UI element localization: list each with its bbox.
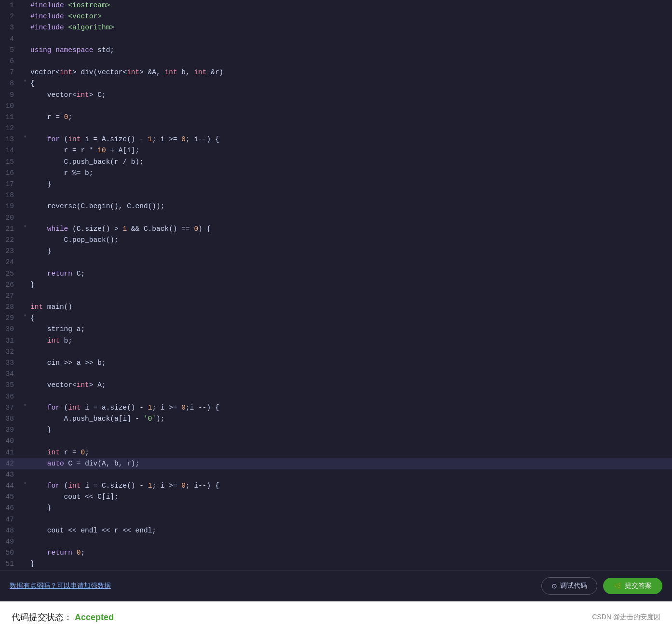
line-code: r = 0; <box>28 112 672 123</box>
status-bar: 代码提交状态： Accepted CSDN @进击的安度因 <box>0 601 672 624</box>
line-number: 8 <box>0 78 22 89</box>
line-marker <box>22 157 28 168</box>
submit-button[interactable]: 🌿 提交答案 <box>603 578 662 594</box>
line-code <box>28 536 672 547</box>
line-marker <box>22 190 28 201</box>
line-code: C.pop_back(); <box>28 235 672 246</box>
line-number: 13 <box>0 134 22 145</box>
upload-icon: 🌿 <box>614 582 622 590</box>
line-number: 30 <box>0 324 22 335</box>
line-number: 46 <box>0 503 22 514</box>
line-number: 11 <box>0 112 22 123</box>
line-number: 28 <box>0 302 22 313</box>
line-code: } <box>28 425 672 436</box>
line-marker: * <box>22 402 28 413</box>
line-number: 15 <box>0 157 22 168</box>
line-code: for (int i = C.size() - 1; i >= 0; i--) … <box>28 480 672 491</box>
line-number: 31 <box>0 335 22 346</box>
line-marker <box>22 458 28 469</box>
line-number: 43 <box>0 469 22 480</box>
line-marker <box>22 268 28 279</box>
line-marker <box>22 358 28 369</box>
line-number: 36 <box>0 391 22 402</box>
line-number: 17 <box>0 179 22 190</box>
line-marker <box>22 447 28 458</box>
debug-button[interactable]: ⊙ 调试代码 <box>541 577 597 595</box>
hint-link[interactable]: 数据有点弱吗？可以申请加强数据 <box>10 582 111 590</box>
line-marker <box>22 291 28 302</box>
line-code: #include <vector> <box>28 11 672 22</box>
line-marker <box>22 346 28 358</box>
line-number: 3 <box>0 22 22 33</box>
line-number: 25 <box>0 268 22 279</box>
line-marker <box>22 380 28 391</box>
line-code <box>28 514 672 525</box>
line-code <box>28 257 672 268</box>
line-code: cin >> a >> b; <box>28 358 672 369</box>
line-code <box>28 469 672 480</box>
line-marker <box>22 558 28 570</box>
line-code <box>28 101 672 112</box>
line-code: return C; <box>28 268 672 279</box>
line-code: return 0; <box>28 547 672 558</box>
line-marker: * <box>22 480 28 491</box>
line-number: 41 <box>0 447 22 458</box>
line-number: 32 <box>0 346 22 358</box>
line-marker <box>22 436 28 447</box>
line-code: } <box>28 246 672 257</box>
line-code <box>28 123 672 134</box>
line-number: 20 <box>0 212 22 224</box>
line-number: 44 <box>0 480 22 491</box>
line-code: while (C.size() > 1 && C.back() == 0) { <box>28 224 672 235</box>
line-number: 6 <box>0 56 22 67</box>
line-code: auto C = div(A, b, r); <box>28 458 672 469</box>
line-code: using namespace std; <box>28 45 672 56</box>
line-marker <box>22 179 28 190</box>
code-editor: 1#include <iostream>2#include <vector>3#… <box>0 0 672 570</box>
line-marker <box>22 369 28 380</box>
line-code: #include <iostream> <box>28 0 672 11</box>
line-number: 10 <box>0 101 22 112</box>
line-marker <box>22 168 28 179</box>
action-buttons: ⊙ 调试代码 🌿 提交答案 <box>541 577 662 595</box>
line-number: 39 <box>0 425 22 436</box>
line-marker <box>22 514 28 525</box>
line-code <box>28 212 672 224</box>
line-number: 50 <box>0 547 22 558</box>
line-marker <box>22 201 28 212</box>
line-marker <box>22 11 28 22</box>
line-number: 7 <box>0 67 22 78</box>
line-number: 12 <box>0 123 22 134</box>
line-marker <box>22 335 28 346</box>
line-number: 29 <box>0 313 22 324</box>
line-number: 47 <box>0 514 22 525</box>
line-marker <box>22 425 28 436</box>
line-code: cout << C[i]; <box>28 491 672 503</box>
line-code: } <box>28 558 672 570</box>
line-marker <box>22 22 28 33</box>
line-number: 26 <box>0 279 22 291</box>
line-number: 24 <box>0 257 22 268</box>
line-number: 5 <box>0 45 22 56</box>
line-number: 35 <box>0 380 22 391</box>
line-number: 23 <box>0 246 22 257</box>
line-code: int r = 0; <box>28 447 672 458</box>
line-number: 9 <box>0 90 22 101</box>
line-number: 34 <box>0 369 22 380</box>
line-code <box>28 346 672 358</box>
line-marker <box>22 56 28 67</box>
line-marker <box>22 413 28 425</box>
line-code: for (int i = A.size() - 1; i >= 0; i--) … <box>28 134 672 145</box>
line-marker <box>22 235 28 246</box>
line-code: } <box>28 279 672 291</box>
line-number: 48 <box>0 525 22 536</box>
clock-icon: ⊙ <box>551 582 557 590</box>
submission-status: 代码提交状态： Accepted <box>12 611 114 623</box>
line-marker <box>22 67 28 78</box>
line-number: 14 <box>0 145 22 156</box>
line-code: string a; <box>28 324 672 335</box>
line-code: C.push_back(r / b); <box>28 157 672 168</box>
line-number: 49 <box>0 536 22 547</box>
line-marker <box>22 547 28 558</box>
line-code <box>28 369 672 380</box>
